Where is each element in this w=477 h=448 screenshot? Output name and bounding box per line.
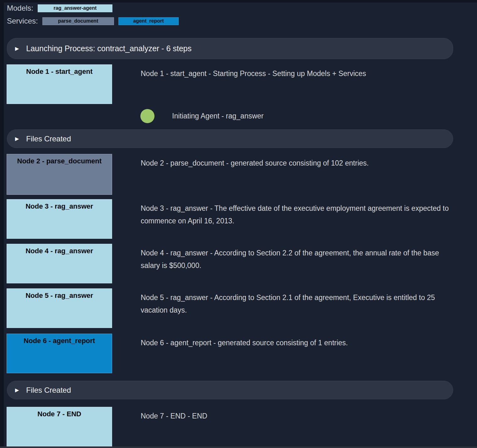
node-description-4: Node 4 - rag_answer - According to Secti… <box>141 244 450 272</box>
node-box-title: Node 1 - start_agent <box>26 68 93 75</box>
node-box-7[interactable]: Node 7 - END <box>7 407 112 446</box>
service-badge-agent-report: agent_report <box>118 17 179 25</box>
node-box-4[interactable]: Node 4 - rag_answer <box>7 244 112 283</box>
node-description-5: Node 5 - rag_answer - According to Secti… <box>141 288 450 316</box>
node-row-7: Node 7 - END Node 7 - END - END <box>7 407 207 446</box>
node-box-title: Node 2 - parse_document <box>17 157 102 165</box>
services-label: Services: <box>7 17 38 25</box>
node-row-3: Node 3 - rag_answer Node 3 - rag_answer … <box>7 199 450 239</box>
node-box-title: Node 3 - rag_answer <box>25 202 93 210</box>
node-box-6[interactable]: Node 6 - agent_report <box>7 334 112 373</box>
launching-process-label: Launching Process: contract_analyzer - 6… <box>26 44 192 53</box>
node-row-6: Node 6 - agent_report Node 6 - agent_rep… <box>7 334 348 373</box>
files-created-expander-1[interactable]: ▶ Files Created <box>7 129 453 148</box>
services-row: Services: parse_document agent_report <box>7 17 179 25</box>
models-label: Models: <box>7 4 33 13</box>
agent-status-text: Initiating Agent - rag_answer <box>172 112 264 120</box>
node-box-3[interactable]: Node 3 - rag_answer <box>7 199 112 239</box>
files-created-label: Files Created <box>26 386 71 395</box>
node-description-6: Node 6 - agent_report - generated source… <box>141 334 348 349</box>
node-row-4: Node 4 - rag_answer Node 4 - rag_answer … <box>7 244 450 283</box>
window-top-edge <box>0 0 477 3</box>
expander-arrow-icon: ▶ <box>15 388 19 393</box>
model-badge-rag-answer-agent: rag_answer-agent <box>38 4 112 12</box>
node-box-title: Node 6 - agent_report <box>24 337 95 345</box>
node-row-1: Node 1 - start_agent Node 1 - start_agen… <box>7 64 366 104</box>
expander-arrow-icon: ▶ <box>15 136 19 141</box>
node-description-7: Node 7 - END - END <box>141 407 207 422</box>
node-box-5[interactable]: Node 5 - rag_answer <box>7 288 112 328</box>
node-row-5: Node 5 - rag_answer Node 5 - rag_answer … <box>7 288 450 328</box>
node-box-title: Node 4 - rag_answer <box>25 247 93 255</box>
models-row: Models: rag_answer-agent <box>7 4 112 12</box>
green-dot-icon <box>140 109 154 123</box>
node-row-2: Node 2 - parse_document Node 2 - parse_d… <box>7 154 369 195</box>
expander-arrow-icon: ▶ <box>15 46 19 51</box>
node-description-2: Node 2 - parse_document - generated sour… <box>141 154 369 169</box>
node-box-title: Node 5 - rag_answer <box>25 292 93 299</box>
node-description-1: Node 1 - start_agent - Starting Process … <box>141 64 366 80</box>
node-description-3: Node 3 - rag_answer - The effective date… <box>141 199 450 227</box>
files-created-label: Files Created <box>26 134 71 143</box>
launching-process-expander[interactable]: ▶ Launching Process: contract_analyzer -… <box>7 38 453 59</box>
service-badge-parse-document: parse_document <box>42 17 114 25</box>
window-bottom-edge <box>0 446 477 448</box>
agent-status-row: Initiating Agent - rag_answer <box>140 109 264 123</box>
window-left-edge <box>0 0 4 448</box>
node-box-title: Node 7 - END <box>37 410 81 418</box>
node-box-1[interactable]: Node 1 - start_agent <box>7 64 112 104</box>
files-created-expander-2[interactable]: ▶ Files Created <box>7 381 453 399</box>
node-box-2[interactable]: Node 2 - parse_document <box>7 154 112 195</box>
